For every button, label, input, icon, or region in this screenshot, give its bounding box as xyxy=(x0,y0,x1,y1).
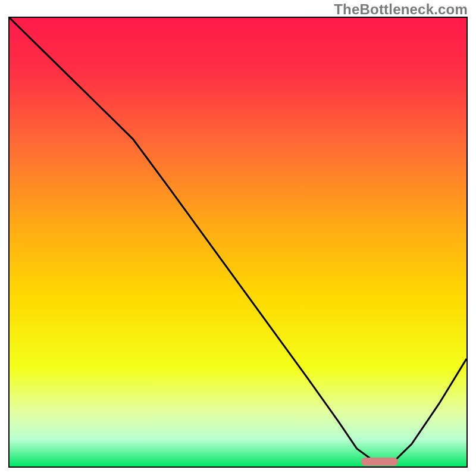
optimal-range-marker xyxy=(361,458,397,466)
watermark-text: TheBottleneck.com xyxy=(334,1,468,18)
bottleneck-chart xyxy=(10,18,466,466)
chart-frame xyxy=(8,17,468,468)
